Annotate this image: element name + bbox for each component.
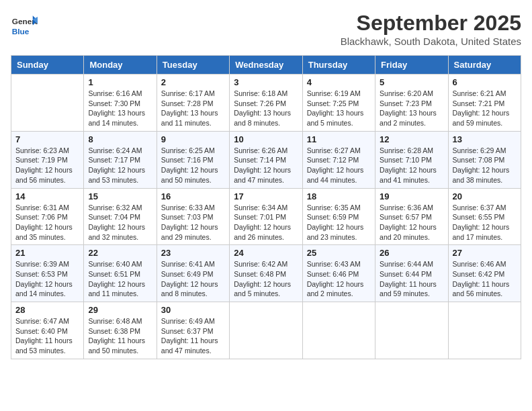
column-header-thursday: Thursday <box>302 56 375 75</box>
calendar-table: SundayMondayTuesdayWednesdayThursdayFrid… <box>11 55 521 359</box>
day-number: 26 <box>380 248 443 258</box>
day-info: Sunrise: 6:36 AMSunset: 6:57 PMDaylight:… <box>380 203 443 242</box>
day-number: 15 <box>88 191 152 201</box>
day-number: 8 <box>88 134 152 144</box>
day-info: Sunrise: 6:28 AMSunset: 7:10 PMDaylight:… <box>380 146 443 185</box>
day-number: 1 <box>88 77 152 87</box>
calendar-cell: 23Sunrise: 6:41 AMSunset: 6:49 PMDayligh… <box>157 245 229 302</box>
calendar-header-row: SundayMondayTuesdayWednesdayThursdayFrid… <box>11 56 521 75</box>
calendar-cell: 27Sunrise: 6:46 AMSunset: 6:42 PMDayligh… <box>448 245 521 302</box>
calendar-cell: 17Sunrise: 6:34 AMSunset: 7:01 PMDayligh… <box>230 188 302 245</box>
day-info: Sunrise: 6:16 AMSunset: 7:30 PMDaylight:… <box>88 89 152 128</box>
day-info: Sunrise: 6:17 AMSunset: 7:28 PMDaylight:… <box>161 89 225 128</box>
column-header-tuesday: Tuesday <box>157 56 229 75</box>
day-number: 20 <box>453 191 517 201</box>
day-info: Sunrise: 6:29 AMSunset: 7:08 PMDaylight:… <box>453 146 517 185</box>
calendar-cell <box>375 302 448 359</box>
day-number: 22 <box>88 248 152 258</box>
calendar-cell: 2Sunrise: 6:17 AMSunset: 7:28 PMDaylight… <box>157 75 229 132</box>
calendar-week-2: 7Sunrise: 6:23 AMSunset: 7:19 PMDaylight… <box>11 131 521 188</box>
day-number: 21 <box>15 248 79 258</box>
calendar-cell: 19Sunrise: 6:36 AMSunset: 6:57 PMDayligh… <box>375 188 448 245</box>
day-number: 12 <box>380 134 443 144</box>
day-number: 18 <box>307 191 371 201</box>
calendar-week-1: 1Sunrise: 6:16 AMSunset: 7:30 PMDaylight… <box>11 75 521 132</box>
calendar-cell: 4Sunrise: 6:19 AMSunset: 7:25 PMDaylight… <box>302 75 375 132</box>
calendar-cell: 9Sunrise: 6:25 AMSunset: 7:16 PMDaylight… <box>157 131 229 188</box>
day-number: 6 <box>453 77 517 87</box>
calendar-cell <box>448 302 521 359</box>
calendar-cell: 12Sunrise: 6:28 AMSunset: 7:10 PMDayligh… <box>375 131 448 188</box>
day-info: Sunrise: 6:46 AMSunset: 6:42 PMDaylight:… <box>453 259 517 299</box>
day-number: 2 <box>161 77 225 87</box>
calendar-cell: 11Sunrise: 6:27 AMSunset: 7:12 PMDayligh… <box>302 131 375 188</box>
month-title: September 2025 <box>341 11 521 36</box>
day-info: Sunrise: 6:39 AMSunset: 6:53 PMDaylight:… <box>15 259 79 299</box>
calendar-cell: 15Sunrise: 6:32 AMSunset: 7:04 PMDayligh… <box>84 188 157 245</box>
calendar-cell <box>230 302 302 359</box>
day-info: Sunrise: 6:43 AMSunset: 6:46 PMDaylight:… <box>307 259 371 299</box>
day-number: 28 <box>15 305 79 315</box>
day-number: 3 <box>234 77 298 87</box>
calendar-cell: 3Sunrise: 6:18 AMSunset: 7:26 PMDaylight… <box>230 75 302 132</box>
day-info: Sunrise: 6:42 AMSunset: 6:48 PMDaylight:… <box>234 259 298 299</box>
day-info: Sunrise: 6:25 AMSunset: 7:16 PMDaylight:… <box>161 146 225 185</box>
day-number: 23 <box>161 248 225 258</box>
day-info: Sunrise: 6:21 AMSunset: 7:21 PMDaylight:… <box>453 89 517 128</box>
calendar-cell: 28Sunrise: 6:47 AMSunset: 6:40 PMDayligh… <box>11 302 84 359</box>
title-block: September 2025 Blackhawk, South Dakota, … <box>341 11 521 47</box>
calendar-cell: 6Sunrise: 6:21 AMSunset: 7:21 PMDaylight… <box>448 75 521 132</box>
day-info: Sunrise: 6:48 AMSunset: 6:38 PMDaylight:… <box>88 316 152 356</box>
calendar-cell: 18Sunrise: 6:35 AMSunset: 6:59 PMDayligh… <box>302 188 375 245</box>
day-info: Sunrise: 6:33 AMSunset: 7:03 PMDaylight:… <box>161 203 225 242</box>
column-header-friday: Friday <box>375 56 448 75</box>
day-info: Sunrise: 6:26 AMSunset: 7:14 PMDaylight:… <box>234 146 298 185</box>
calendar-cell: 7Sunrise: 6:23 AMSunset: 7:19 PMDaylight… <box>11 131 84 188</box>
day-number: 27 <box>453 248 517 258</box>
logo-icon: General Blue <box>11 11 38 38</box>
svg-text:Blue: Blue <box>12 27 30 36</box>
day-number: 13 <box>453 134 517 144</box>
calendar-cell: 26Sunrise: 6:44 AMSunset: 6:44 PMDayligh… <box>375 245 448 302</box>
calendar-cell: 30Sunrise: 6:49 AMSunset: 6:37 PMDayligh… <box>157 302 229 359</box>
calendar-cell: 16Sunrise: 6:33 AMSunset: 7:03 PMDayligh… <box>157 188 229 245</box>
day-number: 19 <box>380 191 443 201</box>
page-header: General Blue September 2025 Blackhawk, S… <box>11 11 521 47</box>
column-header-wednesday: Wednesday <box>230 56 302 75</box>
day-info: Sunrise: 6:27 AMSunset: 7:12 PMDaylight:… <box>307 146 371 185</box>
calendar-week-5: 28Sunrise: 6:47 AMSunset: 6:40 PMDayligh… <box>11 302 521 359</box>
calendar-cell <box>11 75 84 132</box>
calendar-cell: 1Sunrise: 6:16 AMSunset: 7:30 PMDaylight… <box>84 75 157 132</box>
day-number: 9 <box>161 134 225 144</box>
calendar-cell: 14Sunrise: 6:31 AMSunset: 7:06 PMDayligh… <box>11 188 84 245</box>
day-info: Sunrise: 6:44 AMSunset: 6:44 PMDaylight:… <box>380 259 443 299</box>
calendar-cell: 5Sunrise: 6:20 AMSunset: 7:23 PMDaylight… <box>375 75 448 132</box>
column-header-sunday: Sunday <box>11 56 84 75</box>
day-info: Sunrise: 6:40 AMSunset: 6:51 PMDaylight:… <box>88 259 152 299</box>
calendar-cell <box>302 302 375 359</box>
day-info: Sunrise: 6:20 AMSunset: 7:23 PMDaylight:… <box>380 89 443 128</box>
day-number: 4 <box>307 77 371 87</box>
day-info: Sunrise: 6:47 AMSunset: 6:40 PMDaylight:… <box>15 316 79 356</box>
calendar-cell: 25Sunrise: 6:43 AMSunset: 6:46 PMDayligh… <box>302 245 375 302</box>
calendar-cell: 20Sunrise: 6:37 AMSunset: 6:55 PMDayligh… <box>448 188 521 245</box>
day-info: Sunrise: 6:19 AMSunset: 7:25 PMDaylight:… <box>307 89 371 128</box>
day-info: Sunrise: 6:24 AMSunset: 7:17 PMDaylight:… <box>88 146 152 185</box>
calendar-cell: 29Sunrise: 6:48 AMSunset: 6:38 PMDayligh… <box>84 302 157 359</box>
calendar-week-3: 14Sunrise: 6:31 AMSunset: 7:06 PMDayligh… <box>11 188 521 245</box>
day-info: Sunrise: 6:23 AMSunset: 7:19 PMDaylight:… <box>15 146 79 185</box>
day-info: Sunrise: 6:18 AMSunset: 7:26 PMDaylight:… <box>234 89 298 128</box>
logo: General Blue <box>11 11 40 38</box>
day-number: 29 <box>88 305 152 315</box>
day-info: Sunrise: 6:31 AMSunset: 7:06 PMDaylight:… <box>15 203 79 242</box>
location: Blackhawk, South Dakota, United States <box>341 36 521 47</box>
calendar-cell: 22Sunrise: 6:40 AMSunset: 6:51 PMDayligh… <box>84 245 157 302</box>
day-info: Sunrise: 6:49 AMSunset: 6:37 PMDaylight:… <box>161 316 225 356</box>
day-number: 30 <box>161 305 225 315</box>
day-info: Sunrise: 6:32 AMSunset: 7:04 PMDaylight:… <box>88 203 152 242</box>
calendar-cell: 10Sunrise: 6:26 AMSunset: 7:14 PMDayligh… <box>230 131 302 188</box>
calendar-cell: 21Sunrise: 6:39 AMSunset: 6:53 PMDayligh… <box>11 245 84 302</box>
column-header-monday: Monday <box>84 56 157 75</box>
day-number: 24 <box>234 248 298 258</box>
day-number: 11 <box>307 134 371 144</box>
